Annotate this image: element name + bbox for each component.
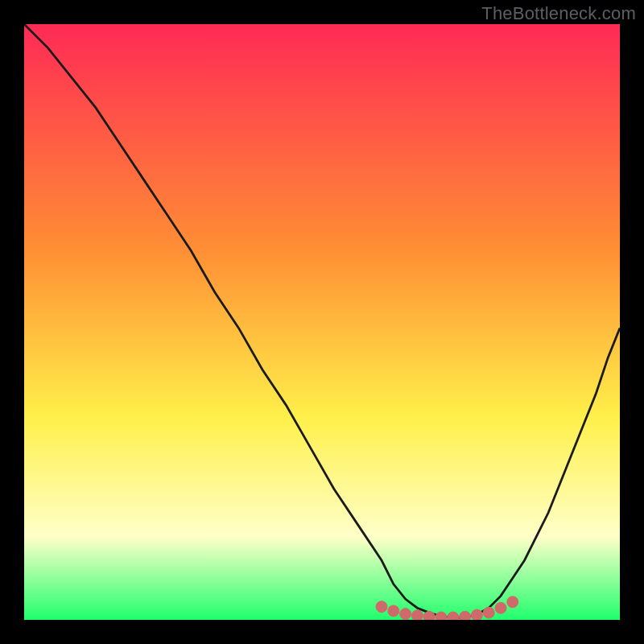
chart-container: TheBottleneck.com (0, 0, 644, 644)
bottleneck-chart (0, 0, 644, 644)
marker-point (483, 607, 494, 618)
marker-point (400, 609, 411, 620)
marker-point (495, 602, 506, 613)
marker-point (507, 597, 518, 608)
plot-area (24, 24, 620, 620)
marker-point (471, 609, 482, 621)
marker-point (411, 610, 423, 621)
watermark-text: TheBottleneck.com (481, 3, 636, 24)
marker-point (388, 605, 399, 617)
marker-point (376, 601, 387, 613)
